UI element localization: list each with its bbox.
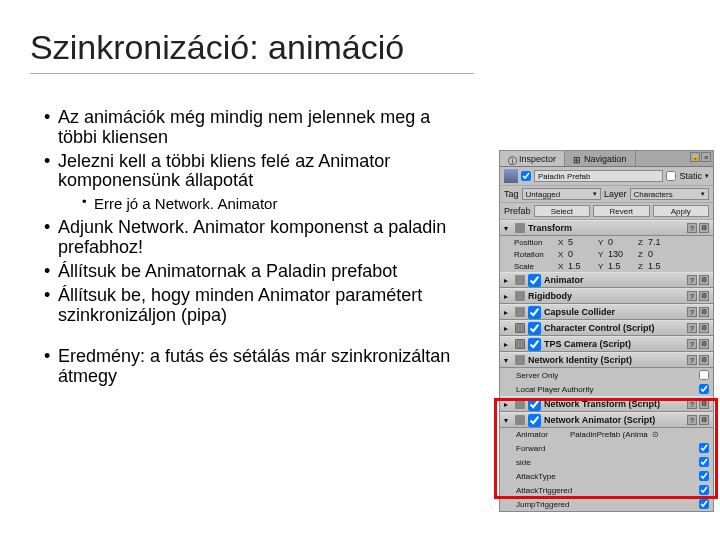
help-icon[interactable]: ? [687, 275, 697, 285]
lock-icon[interactable]: 🔒 [690, 152, 700, 162]
animator-icon [515, 275, 525, 285]
rot-y-field[interactable]: 130 [608, 249, 636, 259]
sub-bullet: Erre jó a Network. Animator [82, 195, 474, 212]
param-label: JumpTriggered [516, 500, 695, 509]
component-transform[interactable]: ▾ Transform ?⚙ [500, 220, 713, 236]
server-only-checkbox[interactable] [699, 370, 709, 380]
field-label: Scale [514, 262, 556, 271]
help-icon[interactable]: ? [687, 355, 697, 365]
param-checkbox[interactable] [699, 457, 709, 467]
component-network-transform[interactable]: ▸ Network Transform (Script) ?⚙ [500, 396, 713, 412]
object-picker-icon[interactable]: ⊙ [652, 430, 659, 439]
component-capsule-collider[interactable]: ▸ Capsule Collider ?⚙ [500, 304, 713, 320]
field-label: Server Only [516, 371, 695, 380]
rot-z-field[interactable]: 0 [648, 249, 676, 259]
param-checkbox[interactable] [699, 471, 709, 481]
chevron-down-icon[interactable]: ▾ [705, 172, 709, 180]
param-checkbox[interactable] [699, 485, 709, 495]
help-icon[interactable]: ? [687, 323, 697, 333]
revert-button[interactable]: Revert [593, 205, 649, 217]
param-row: Forward [500, 441, 713, 455]
object-name-field[interactable]: Paladin Prefab [534, 170, 663, 182]
active-checkbox[interactable] [521, 171, 531, 181]
gear-icon[interactable]: ⚙ [699, 399, 709, 409]
rot-x-field[interactable]: 0 [568, 249, 596, 259]
component-rigidbody[interactable]: ▸ Rigidbody ?⚙ [500, 288, 713, 304]
gear-icon[interactable]: ⚙ [699, 355, 709, 365]
help-icon[interactable]: ? [687, 223, 697, 233]
menu-icon[interactable]: ≡ [701, 152, 711, 162]
network-icon [515, 355, 525, 365]
gear-icon[interactable]: ⚙ [699, 415, 709, 425]
bullet-text: Jelezni kell a többi kliens felé az Anim… [58, 151, 390, 191]
rotation-row: Rotation X0 Y130 Z0 [500, 248, 713, 260]
tag-dropdown[interactable]: Untagged [522, 188, 601, 200]
expand-arrow-icon[interactable]: ▾ [504, 416, 512, 425]
param-row: AttackTriggered [500, 483, 713, 497]
expand-arrow-icon[interactable]: ▾ [504, 224, 512, 233]
gear-icon[interactable]: ⚙ [699, 291, 709, 301]
local-authority-checkbox[interactable] [699, 384, 709, 394]
help-icon[interactable]: ? [687, 291, 697, 301]
select-button[interactable]: Select [534, 205, 590, 217]
gear-icon[interactable]: ⚙ [699, 223, 709, 233]
expand-arrow-icon[interactable]: ▸ [504, 308, 512, 317]
apply-button[interactable]: Apply [653, 205, 709, 217]
component-enabled-checkbox[interactable] [528, 306, 541, 319]
component-network-identity[interactable]: ▾ Network Identity (Script) ?⚙ [500, 352, 713, 368]
component-character-control[interactable]: ▸ Character Control (Script) ?⚙ [500, 320, 713, 336]
expand-arrow-icon[interactable]: ▸ [504, 340, 512, 349]
gear-icon[interactable]: ⚙ [699, 275, 709, 285]
component-tps-camera[interactable]: ▸ TPS Camera (Script) ?⚙ [500, 336, 713, 352]
gear-icon[interactable]: ⚙ [699, 339, 709, 349]
component-name: Network Identity (Script) [528, 355, 684, 365]
field-label: Rotation [514, 250, 556, 259]
param-checkbox[interactable] [699, 443, 709, 453]
animator-ref-field[interactable]: PaladinPrefab (Anima [570, 430, 648, 439]
tab-inspector[interactable]: ⓘ Inspector [500, 151, 565, 166]
static-checkbox[interactable] [666, 171, 676, 181]
expand-arrow-icon[interactable]: ▸ [504, 292, 512, 301]
scale-y-field[interactable]: 1.5 [608, 261, 636, 271]
component-enabled-checkbox[interactable] [528, 398, 541, 411]
help-icon[interactable]: ? [687, 307, 697, 317]
layer-label: Layer [604, 189, 627, 199]
scale-x-field[interactable]: 1.5 [568, 261, 596, 271]
gear-icon[interactable]: ⚙ [699, 323, 709, 333]
expand-arrow-icon[interactable]: ▸ [504, 276, 512, 285]
tab-label: Navigation [584, 154, 627, 164]
component-name: Rigidbody [528, 291, 684, 301]
expand-arrow-icon[interactable]: ▸ [504, 324, 512, 333]
scale-z-field[interactable]: 1.5 [648, 261, 676, 271]
layer-dropdown[interactable]: Characters [630, 188, 709, 200]
bullet: Adjunk Network. Animator komponenst a pa… [44, 218, 474, 258]
component-enabled-checkbox[interactable] [528, 274, 541, 287]
pos-y-field[interactable]: 0 [608, 237, 636, 247]
param-label: Forward [516, 444, 695, 453]
component-name: Character Control (Script) [544, 323, 684, 333]
component-enabled-checkbox[interactable] [528, 338, 541, 351]
help-icon[interactable]: ? [687, 399, 697, 409]
pos-z-field[interactable]: 7.1 [648, 237, 676, 247]
component-animator[interactable]: ▸ Animator ?⚙ [500, 272, 713, 288]
expand-arrow-icon[interactable]: ▾ [504, 356, 512, 365]
help-icon[interactable]: ? [687, 339, 697, 349]
component-enabled-checkbox[interactable] [528, 322, 541, 335]
param-label: AttackTriggered [516, 486, 695, 495]
prefab-buttons-row: Prefab Select Revert Apply [500, 203, 713, 220]
component-network-animator[interactable]: ▾ Network Animator (Script) ?⚙ [500, 412, 713, 428]
layer-value: Characters [634, 190, 673, 199]
object-header-row: Paladin Prefab Static ▾ [500, 167, 713, 186]
field-label: Local Player Authority [516, 385, 695, 394]
help-icon[interactable]: ? [687, 415, 697, 425]
component-name: Animator [544, 275, 684, 285]
bullet: Eredmény: a futás és sétálás már szinkro… [44, 347, 474, 387]
pos-x-field[interactable]: 5 [568, 237, 596, 247]
param-checkbox[interactable] [699, 499, 709, 509]
gear-icon[interactable]: ⚙ [699, 307, 709, 317]
static-label: Static [679, 171, 702, 181]
param-label: AttackType [516, 472, 695, 481]
expand-arrow-icon[interactable]: ▸ [504, 400, 512, 409]
component-enabled-checkbox[interactable] [528, 414, 541, 427]
tab-navigation[interactable]: ⊞ Navigation [565, 151, 636, 166]
